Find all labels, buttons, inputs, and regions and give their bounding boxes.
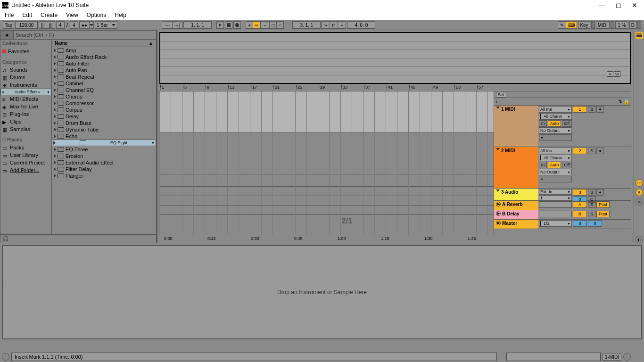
session-view-toggle[interactable]	[636, 32, 643, 39]
time-sig-numerator[interactable]: 4	[56, 21, 65, 29]
track-activator[interactable]: 1	[573, 106, 587, 113]
place-packs[interactable]: ▭Packs	[0, 144, 51, 151]
crossfade-toggle[interactable]: ◐	[636, 236, 643, 243]
category-sounds[interactable]: ♫Sounds	[0, 66, 51, 74]
monitor-off[interactable]: Off	[562, 120, 572, 127]
monitor-in[interactable]: In	[539, 120, 547, 127]
place-add-folder-[interactable]: ▭Add Folder...	[0, 166, 51, 174]
draw-mode[interactable]: ✎⌨	[558, 21, 577, 29]
device-filter-delay[interactable]: Filter Delay	[52, 166, 156, 173]
category-clips[interactable]: ▶Clips	[0, 118, 51, 125]
input-channel[interactable]: ▎All Chann	[539, 155, 572, 161]
device-audio-effect-rack[interactable]: Audio Effect Rack	[52, 54, 156, 60]
midi-map-button[interactable]: MIDI	[596, 21, 610, 29]
device-compressor[interactable]: Compressor	[52, 100, 156, 107]
remove-scene-icon[interactable]: −	[499, 99, 502, 105]
arm-button[interactable]: ●	[596, 148, 604, 154]
master-out[interactable]: ▎1/2	[539, 220, 572, 227]
monitor-auto[interactable]: Auto	[548, 162, 561, 168]
menu-help[interactable]: Help	[115, 12, 126, 18]
io-section-toggle[interactable]: I·O	[636, 179, 643, 187]
output-channel[interactable]	[539, 176, 572, 182]
device-auto-filter[interactable]: Auto Filter	[52, 60, 156, 67]
category-audio-effects[interactable]: ≡Audio Effects	[0, 89, 51, 95]
arrangement-position[interactable]: 1. 1. 1	[183, 21, 212, 29]
disk-overload[interactable]: D	[629, 21, 636, 29]
category-samples[interactable]: ▦Samples	[0, 125, 51, 133]
lock-icon[interactable]: 🔒	[623, 99, 630, 105]
solo-button[interactable]: S	[588, 106, 595, 113]
device-eq-eight[interactable]: EQ Eight	[52, 140, 156, 146]
input-type[interactable]: All Ins	[539, 106, 572, 113]
status-track[interactable]: 1-MIDI	[603, 353, 621, 361]
device-corpus[interactable]: Corpus	[52, 107, 156, 113]
input-type[interactable]: Ext. In	[539, 189, 572, 195]
tap-tempo-button[interactable]: Tap	[3, 21, 14, 29]
input-type[interactable]: All Ins	[539, 148, 572, 154]
place-user-library[interactable]: ▭User Library	[0, 151, 51, 159]
place-current-project[interactable]: ▭Current Project	[0, 159, 51, 166]
device-chorus[interactable]: Chorus	[52, 93, 156, 100]
device-delay[interactable]: Delay	[52, 113, 156, 120]
beat-ruler[interactable]: ┊1┊5┊9┊13┊17┊21┊25┊29┊33┊37┊41┊45┊49┊53┊…	[159, 85, 631, 91]
browser-search[interactable]: Search (Ctrl + F)	[13, 30, 157, 40]
device-erosion[interactable]: Erosion	[52, 153, 156, 159]
device-amp[interactable]: Amp	[52, 47, 156, 54]
overdub-automation[interactable]: +∞←□○	[246, 21, 284, 29]
add-scene-icon[interactable]: +	[495, 99, 498, 105]
input-channel[interactable]: 1	[539, 195, 572, 201]
solo-button[interactable]: S	[588, 148, 595, 154]
menu-create[interactable]: Create	[41, 12, 58, 18]
loop-length[interactable]: 4. 0. 0	[347, 21, 375, 29]
category-instruments[interactable]: ⊞Instruments	[0, 81, 51, 89]
w-button[interactable]: W	[614, 71, 620, 77]
menu-file[interactable]: File	[5, 12, 14, 18]
track-fold-icon[interactable]	[496, 148, 500, 150]
monitor-in[interactable]: In	[539, 162, 547, 168]
track-header-1-midi[interactable]: 1 MIDIAll Ins▎All ChannInAutoOffNo Outpu…	[494, 106, 631, 147]
category-drums[interactable]: ▥Drums	[0, 74, 51, 81]
record-button[interactable]	[233, 21, 241, 29]
play-button[interactable]	[216, 21, 224, 29]
set-button[interactable]: Set	[496, 92, 506, 98]
output[interactable]: No Output	[539, 169, 572, 175]
category-midi-effects[interactable]: ≡MIDI Effects	[0, 95, 51, 103]
stop-button[interactable]	[225, 21, 232, 29]
master-track[interactable]: ▶Master▎1/200	[494, 220, 631, 229]
monitor-off[interactable]: Off	[562, 162, 572, 168]
device-echo[interactable]: Echo	[52, 133, 156, 140]
output[interactable]: No Output	[539, 127, 572, 134]
browser-name-header[interactable]: Name▲	[52, 40, 156, 47]
device-cabinet[interactable]: Cabinet	[52, 80, 156, 87]
category-max-for-live[interactable]: ◈Max for Live	[0, 103, 51, 110]
menu-options[interactable]: Options	[87, 12, 106, 18]
close-button[interactable]: ✕	[632, 1, 637, 9]
device-drum-buss[interactable]: Drum Buss	[52, 120, 156, 126]
output-channel[interactable]	[539, 134, 572, 141]
tempo-field[interactable]: 120.00	[15, 21, 38, 29]
device-dynamic-tube[interactable]: Dynamic Tube	[52, 126, 156, 133]
returns-toggle[interactable]: R	[636, 189, 643, 196]
time-sig-denominator[interactable]: 4	[70, 21, 78, 29]
device-flanger[interactable]: Flanger	[52, 173, 156, 179]
browser-back-button[interactable]: ◄	[0, 30, 13, 40]
device-auto-pan[interactable]: Auto Pan	[52, 67, 156, 74]
collection-favorites[interactable]: Favorites	[0, 48, 51, 55]
track-fold-icon[interactable]	[496, 107, 500, 109]
return-a[interactable]: ▶A ReverbASPost	[494, 201, 631, 210]
maximize-button[interactable]: ◻	[616, 1, 621, 9]
mixer-toggle[interactable]: M	[636, 198, 643, 206]
metronome[interactable]: ●●	[79, 21, 94, 29]
status-right-icon[interactable]	[623, 353, 631, 361]
arrangement-overview[interactable]	[159, 32, 631, 84]
automation-icon[interactable]: ↯	[618, 99, 622, 105]
device-eq-three[interactable]: EQ Three	[52, 146, 156, 153]
key-map-button[interactable]: Key	[578, 21, 590, 29]
menu-view[interactable]: View	[66, 12, 78, 18]
time-ruler[interactable]: 0:000:150:300:451:001:151:301:45	[159, 235, 631, 243]
device-channel-eq[interactable]: Channel EQ	[52, 87, 156, 93]
minimize-button[interactable]: —	[599, 1, 605, 9]
menu-edit[interactable]: Edit	[22, 12, 32, 18]
monitor-auto[interactable]: Auto	[548, 120, 561, 127]
tempo-nudge[interactable]: ||||||	[39, 21, 55, 29]
